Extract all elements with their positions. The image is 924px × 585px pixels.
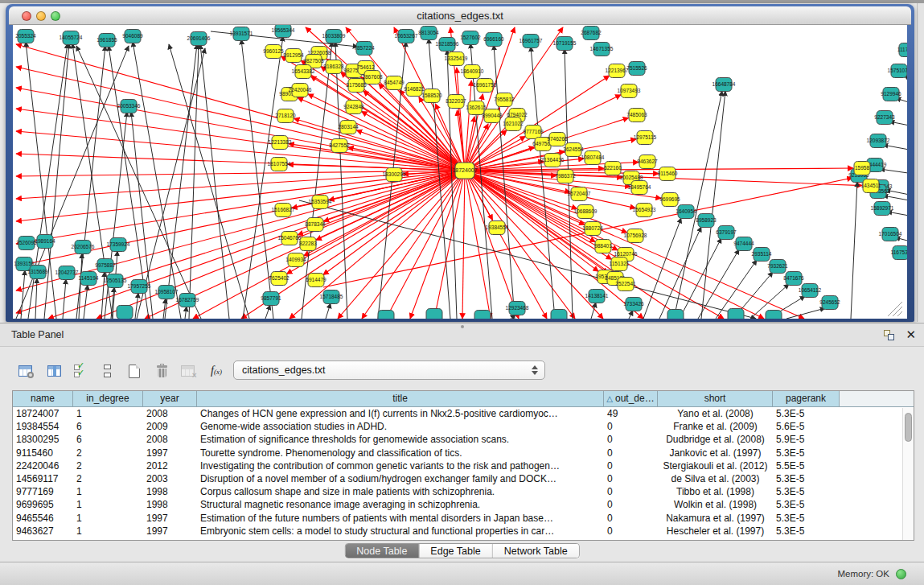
tab-network-table[interactable]: Network Table [493, 544, 579, 558]
graph-node-label: 19565344 [272, 27, 295, 33]
column-header-year[interactable]: year [143, 391, 197, 406]
graph-node-label: 8427552 [329, 142, 350, 148]
table-row[interactable]: 2242004622012Investigating the contribut… [13, 459, 914, 472]
table-row[interactable]: 977716911998Corpus callosum shape and si… [13, 485, 914, 498]
graph-node-label: 1117304 [897, 47, 907, 52]
graph-node-label: 9474444 [733, 241, 754, 246]
close-panel-icon[interactable]: ✕ [906, 328, 916, 342]
graph-node-label: 12505135 [104, 278, 127, 283]
splitter-grip[interactable] [461, 325, 464, 328]
table-row[interactable]: 946554611997Estimation of the future num… [13, 512, 914, 525]
table-cell: Tibbo et al. (1998) [658, 485, 773, 498]
tab-node-table[interactable]: Node Table [345, 544, 419, 558]
graph-node[interactable] [426, 309, 442, 319]
table-cell: 0 [604, 472, 658, 485]
table-source-dropdown[interactable]: citations_edges.txt [233, 360, 545, 380]
graph-node-label: 9115460 [658, 171, 678, 176]
table-cell: Wolkin et al. (1998) [658, 498, 773, 511]
table-row[interactable]: 1830029562008Estimation of significance … [13, 433, 914, 446]
graph-node-label: 10719155 [553, 40, 577, 46]
graph-node-label: 622160 [604, 165, 622, 171]
table-row[interactable]: 911546021997Tourette syndrome. Phenomeno… [13, 447, 914, 459]
graph-node-label: 15166827 [272, 207, 295, 212]
graph-node-label: 10807484 [581, 154, 605, 160]
new-document-button[interactable] [122, 359, 146, 383]
table-cell: Corpus callosum shape and size in male p… [197, 485, 604, 498]
graph-node-label: 9960125 [263, 48, 284, 54]
graph-node[interactable] [728, 309, 744, 319]
column-header-in_degree[interactable]: in_degree [73, 391, 143, 406]
table-row[interactable]: 946362711997Embryonic stem cells: a mode… [13, 525, 914, 538]
column-header-out_de[interactable]: △out_de… [604, 391, 658, 406]
float-panel-icon[interactable] [884, 330, 895, 341]
table-cell: 1 [73, 485, 143, 498]
graph-node-label: 3175685 [346, 82, 367, 88]
table-cell: 5.3E-5 [773, 525, 840, 538]
table-cell: 6 [73, 433, 143, 446]
delete-table-button: × [175, 359, 199, 383]
table-row[interactable]: 1938455462009Genome-wide association stu… [13, 420, 914, 433]
network-canvas[interactable]: 2055324140557241961855904608920691406139… [13, 25, 907, 319]
graph-node-label: 9046089 [122, 33, 143, 39]
graph-node-label: 16961758 [474, 82, 497, 88]
graph-node-label: 17957255 [128, 283, 151, 289]
graph-node-label: 8322037 [446, 98, 466, 104]
graph-node-label: 9146821 [404, 86, 425, 92]
graph-node-label: 1315689 [27, 269, 48, 274]
table-cell: 1997 [143, 525, 197, 538]
graph-node-label: 10654112 [799, 287, 822, 293]
table-cell: Estimation of the future numbers of pati… [197, 512, 604, 525]
table-cell: 9465546 [13, 512, 73, 525]
graph-node-label: 15353594 [309, 199, 332, 204]
table-cell: 2012 [143, 459, 197, 472]
function-button[interactable]: f(x) [204, 359, 228, 383]
graph-node-label: 1145194 [79, 275, 99, 281]
column-header-title[interactable]: title [197, 391, 604, 406]
column-header-name[interactable]: name [13, 391, 73, 406]
table-panel-title: Table Panel [11, 329, 64, 340]
graph-node-label: 1151321 [610, 261, 630, 266]
close-window-button[interactable] [22, 11, 31, 21]
window-titlebar[interactable]: citations_edges.txt [9, 6, 911, 25]
graph-node[interactable] [117, 306, 133, 319]
graph-node-label: 1961855 [97, 37, 117, 43]
row-select-button[interactable]: ✓✓ [69, 359, 93, 383]
graph-node-label: 9242848 [343, 104, 364, 109]
table-row[interactable]: 1872400712008Changes of HCN gene express… [13, 407, 914, 420]
rows-button[interactable] [95, 359, 119, 383]
table-cell: Structural magnetic resonance image aver… [197, 498, 604, 511]
table-cell: 19384554 [13, 420, 73, 433]
table-scrollbar-thumb[interactable] [905, 413, 912, 442]
graph-node-label: 10958107 [155, 289, 179, 295]
graph-node-label: 16543382 [292, 68, 315, 74]
graph-node-label: 7625402 [269, 275, 290, 281]
table-cell: 5.3E-5 [773, 407, 840, 420]
table-columns-button[interactable] [42, 359, 66, 383]
graph-node[interactable] [378, 311, 394, 319]
graph-node[interactable] [474, 311, 491, 319]
table-settings-button[interactable] [13, 359, 37, 383]
graph-node-label: 16782759 [176, 297, 199, 303]
minimize-window-button[interactable] [36, 11, 46, 21]
graph-node[interactable] [667, 310, 684, 319]
zoom-window-button[interactable] [51, 11, 60, 21]
graph-node-label: 12093872 [867, 138, 890, 143]
column-header-short[interactable]: short [658, 391, 773, 406]
table-row[interactable]: 1456911722003Disruption of a novel membe… [13, 472, 914, 485]
table-cell: 1 [73, 525, 143, 538]
desktop-top-edge [0, 0, 924, 3]
memory-status-dot[interactable] [896, 569, 906, 579]
network-graph[interactable]: 2055324140557241961855904608920691406139… [13, 25, 907, 319]
table-row[interactable]: 969969511998Structural magnetic resonanc… [13, 498, 914, 511]
graph-node-label: 1733426 [623, 301, 644, 307]
tab-edge-table[interactable]: Edge Table [419, 544, 492, 558]
network-window: citations_edges.txt 20553241405572419618… [6, 4, 914, 322]
table-cell: Stergiakouli et al. (2012) [658, 459, 773, 472]
table-scrollbar[interactable] [902, 408, 914, 540]
column-header-pagerank[interactable]: pagerank [773, 391, 840, 406]
graph-node[interactable] [766, 311, 782, 319]
graph-node[interactable] [551, 310, 567, 319]
graph-node-label: 12975115 [634, 134, 657, 140]
graph-node-label: 9463627 [637, 159, 658, 164]
delete-button[interactable] [150, 359, 174, 383]
